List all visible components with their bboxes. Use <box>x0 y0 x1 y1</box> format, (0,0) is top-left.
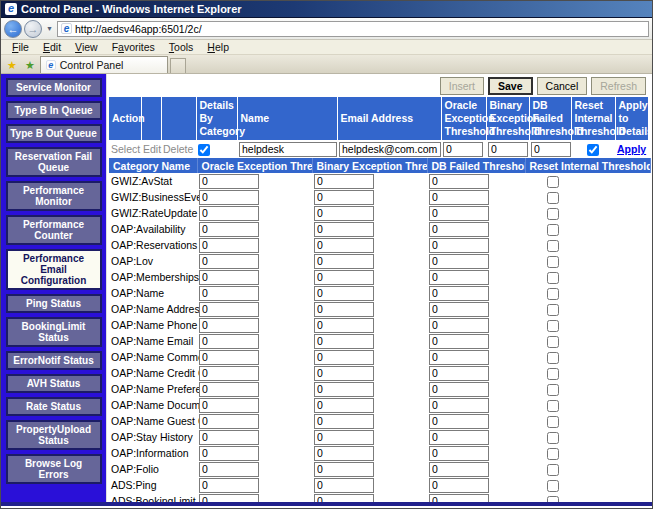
category-binary-threshold-input[interactable] <box>314 414 374 429</box>
category-binary-threshold-input[interactable] <box>314 366 374 381</box>
category-reset-threshold-checkbox[interactable] <box>547 176 559 188</box>
oracle-threshold-input[interactable] <box>443 142 483 157</box>
category-db-failed-threshold-input[interactable] <box>429 398 489 413</box>
sidebar-item-browse-log-errors[interactable]: Browse Log Errors <box>6 454 102 484</box>
category-reset-threshold-checkbox[interactable] <box>547 416 559 428</box>
category-db-failed-threshold-input[interactable] <box>429 238 489 253</box>
category-binary-threshold-input[interactable] <box>314 302 374 317</box>
category-db-failed-threshold-input[interactable] <box>429 222 489 237</box>
category-oracle-threshold-input[interactable] <box>199 190 259 205</box>
select-link[interactable]: Select <box>111 143 140 155</box>
category-reset-threshold-checkbox[interactable] <box>547 288 559 300</box>
sidebar-item-reservation-fail-queue[interactable]: Reservation Fail Queue <box>6 147 102 177</box>
save-button[interactable]: Save <box>488 77 533 95</box>
category-oracle-threshold-input[interactable] <box>199 286 259 301</box>
category-oracle-threshold-input[interactable] <box>199 462 259 477</box>
category-reset-threshold-checkbox[interactable] <box>547 336 559 348</box>
category-reset-threshold-checkbox[interactable] <box>547 272 559 284</box>
category-reset-threshold-checkbox[interactable] <box>547 368 559 380</box>
category-db-failed-threshold-input[interactable] <box>429 206 489 221</box>
category-db-failed-threshold-input[interactable] <box>429 286 489 301</box>
category-oracle-threshold-input[interactable] <box>199 318 259 333</box>
cancel-button[interactable]: Cancel <box>537 77 588 95</box>
category-oracle-threshold-input[interactable] <box>199 222 259 237</box>
edit-link[interactable]: Edit <box>143 143 161 155</box>
category-oracle-threshold-input[interactable] <box>199 174 259 189</box>
category-db-failed-threshold-input[interactable] <box>429 494 489 503</box>
refresh-button[interactable]: Refresh <box>591 77 646 95</box>
sidebar-item-type-b-in-queue[interactable]: Type B In Queue <box>6 101 102 120</box>
db-failed-threshold-input[interactable] <box>531 142 571 157</box>
menu-view[interactable]: View <box>68 41 105 53</box>
history-dropdown-icon[interactable]: ▼ <box>44 25 55 32</box>
category-db-failed-threshold-input[interactable] <box>429 478 489 493</box>
category-oracle-threshold-input[interactable] <box>199 334 259 349</box>
category-reset-threshold-checkbox[interactable] <box>547 240 559 252</box>
menu-favorites[interactable]: Favorites <box>105 41 162 53</box>
category-db-failed-threshold-input[interactable] <box>429 382 489 397</box>
category-db-failed-threshold-input[interactable] <box>429 446 489 461</box>
binary-threshold-input[interactable] <box>488 142 528 157</box>
menu-file[interactable]: File <box>5 41 36 53</box>
category-reset-threshold-checkbox[interactable] <box>547 224 559 236</box>
category-db-failed-threshold-input[interactable] <box>429 318 489 333</box>
category-binary-threshold-input[interactable] <box>314 478 374 493</box>
back-button[interactable]: ← <box>4 20 22 38</box>
reset-internal-threshold-checkbox[interactable] <box>587 144 599 156</box>
category-binary-threshold-input[interactable] <box>314 206 374 221</box>
category-oracle-threshold-input[interactable] <box>199 350 259 365</box>
category-binary-threshold-input[interactable] <box>314 350 374 365</box>
category-oracle-threshold-input[interactable] <box>199 238 259 253</box>
category-binary-threshold-input[interactable] <box>314 254 374 269</box>
name-input[interactable] <box>239 142 337 157</box>
sidebar-item-bookinglimit-status[interactable]: BookingLimit Status <box>6 317 102 347</box>
category-oracle-threshold-input[interactable] <box>199 494 259 503</box>
forward-button[interactable]: → <box>24 20 42 38</box>
category-db-failed-threshold-input[interactable] <box>429 254 489 269</box>
category-db-failed-threshold-input[interactable] <box>429 334 489 349</box>
category-reset-threshold-checkbox[interactable] <box>547 208 559 220</box>
category-oracle-threshold-input[interactable] <box>199 398 259 413</box>
sidebar-item-performance-monitor[interactable]: Performance Monitor <box>6 181 102 211</box>
category-reset-threshold-checkbox[interactable] <box>547 384 559 396</box>
category-binary-threshold-input[interactable] <box>314 494 374 503</box>
category-binary-threshold-input[interactable] <box>314 238 374 253</box>
category-oracle-threshold-input[interactable] <box>199 206 259 221</box>
add-favorite-icon[interactable]: ★ <box>22 57 38 73</box>
category-db-failed-threshold-input[interactable] <box>429 430 489 445</box>
category-oracle-threshold-input[interactable] <box>199 414 259 429</box>
category-binary-threshold-input[interactable] <box>314 446 374 461</box>
category-reset-threshold-checkbox[interactable] <box>547 496 559 502</box>
sidebar-item-avh-status[interactable]: AVH Status <box>6 374 102 393</box>
apply-link[interactable]: Apply <box>617 143 646 155</box>
category-reset-threshold-checkbox[interactable] <box>547 192 559 204</box>
category-db-failed-threshold-input[interactable] <box>429 350 489 365</box>
category-binary-threshold-input[interactable] <box>314 222 374 237</box>
category-db-failed-threshold-input[interactable] <box>429 302 489 317</box>
category-binary-threshold-input[interactable] <box>314 318 374 333</box>
category-oracle-threshold-input[interactable] <box>199 446 259 461</box>
category-binary-threshold-input[interactable] <box>314 462 374 477</box>
category-reset-threshold-checkbox[interactable] <box>547 432 559 444</box>
delete-link[interactable]: Delete <box>163 143 193 155</box>
category-binary-threshold-input[interactable] <box>314 334 374 349</box>
sidebar-item-performance-counter[interactable]: Performance Counter <box>6 215 102 245</box>
favorites-star-icon[interactable]: ★ <box>4 57 20 73</box>
menu-edit[interactable]: Edit <box>36 41 68 53</box>
category-reset-threshold-checkbox[interactable] <box>547 400 559 412</box>
category-db-failed-threshold-input[interactable] <box>429 190 489 205</box>
sidebar-item-performance-email-configuration[interactable]: Performance Email Configuration <box>6 249 102 290</box>
category-oracle-threshold-input[interactable] <box>199 270 259 285</box>
category-oracle-threshold-input[interactable] <box>199 430 259 445</box>
category-binary-threshold-input[interactable] <box>314 190 374 205</box>
tab-control-panel[interactable]: e Control Panel <box>40 56 168 73</box>
category-db-failed-threshold-input[interactable] <box>429 414 489 429</box>
category-reset-threshold-checkbox[interactable] <box>547 320 559 332</box>
menu-tools[interactable]: Tools <box>162 41 201 53</box>
sidebar-item-propertyupload-status[interactable]: PropertyUpload Status <box>6 420 102 450</box>
category-binary-threshold-input[interactable] <box>314 286 374 301</box>
category-reset-threshold-checkbox[interactable] <box>547 464 559 476</box>
details-by-category-checkbox[interactable] <box>198 144 210 156</box>
category-binary-threshold-input[interactable] <box>314 270 374 285</box>
category-binary-threshold-input[interactable] <box>314 174 374 189</box>
